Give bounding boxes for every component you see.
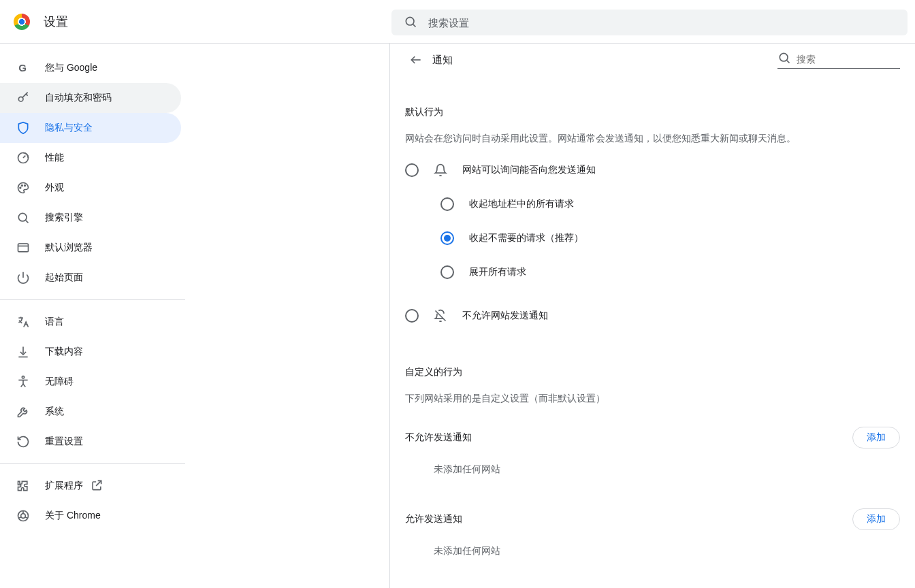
sidebar-item-label: 语言: [45, 316, 64, 328]
sidebar-item-autofill[interactable]: 自动填充和密码: [0, 83, 181, 113]
sidebar-item-default-browser[interactable]: 默认浏览器: [0, 233, 181, 263]
option-collapse-unneeded[interactable]: 收起不需要的请求（推荐）: [405, 223, 900, 253]
sidebar-item-about[interactable]: 关于 Chrome: [0, 501, 181, 531]
page-title: 通知: [432, 54, 453, 67]
custom-behavior-desc: 下列网站采用的是自定义设置（而非默认设置）: [405, 391, 900, 406]
global-search[interactable]: [391, 10, 908, 35]
sidebar-item-extensions[interactable]: 扩展程序: [0, 471, 181, 501]
browser-icon: [16, 241, 30, 255]
key-icon: [16, 91, 30, 105]
search-icon: [777, 51, 791, 67]
sidebar-item-label: 外观: [45, 182, 64, 194]
page-search-input[interactable]: [795, 53, 915, 65]
sidebar-item-label: 隐私与安全: [45, 122, 93, 134]
bell-icon: [434, 163, 447, 177]
svg-point-6: [20, 187, 21, 189]
accessibility-icon: [16, 375, 30, 389]
radio-icon[interactable]: [405, 309, 419, 323]
sidebar-separator: [0, 299, 185, 300]
sidebar-item-label: 默认浏览器: [45, 242, 93, 254]
svg-point-0: [406, 17, 414, 25]
sidebar-item-privacy-security[interactable]: 隐私与安全: [0, 113, 181, 143]
radio-icon[interactable]: [405, 163, 419, 177]
option-label: 展开所有请求: [469, 266, 526, 278]
option-label: 收起地址栏中的所有请求: [469, 198, 574, 210]
svg-point-22: [780, 53, 788, 61]
svg-point-9: [18, 213, 27, 221]
option-sites-can-ask[interactable]: 网站可以询问能否向您发送通知: [405, 155, 900, 185]
svg-line-10: [26, 220, 29, 223]
palette-icon: [16, 181, 30, 195]
svg-line-1: [413, 24, 416, 27]
add-allow-button[interactable]: 添加: [852, 508, 900, 530]
sidebar-item-label: 重置设置: [45, 436, 83, 448]
option-label: 网站可以询问能否向您发送通知: [462, 164, 596, 176]
sidebar-item-label: 搜索引擎: [45, 212, 83, 224]
search-icon: [16, 211, 30, 225]
wrench-icon: [16, 405, 30, 419]
sidebar-item-on-startup[interactable]: 起始页面: [0, 263, 181, 293]
puzzle-icon: [16, 479, 30, 493]
block-list-title: 不允许发送通知: [405, 431, 472, 444]
sidebar-item-label: 自动填充和密码: [45, 92, 112, 104]
svg-rect-11: [18, 244, 29, 252]
svg-point-15: [22, 376, 24, 378]
speedometer-icon: [16, 151, 30, 165]
svg-point-3: [18, 97, 23, 101]
sidebar-item-label: 下载内容: [45, 346, 83, 358]
power-icon: [16, 271, 30, 284]
svg-point-7: [22, 185, 23, 186]
radio-icon[interactable]: [440, 231, 454, 245]
svg-line-20: [25, 517, 28, 519]
allow-list-header: 允许发送通知 添加: [405, 508, 900, 530]
radio-icon[interactable]: [440, 197, 454, 211]
radio-icon[interactable]: [440, 265, 454, 279]
sidebar-item-downloads[interactable]: 下载内容: [0, 337, 181, 367]
shield-icon: [16, 121, 30, 135]
sidebar-item-system[interactable]: 系统: [0, 397, 181, 427]
sidebar-item-label: 系统: [45, 406, 64, 418]
global-search-input[interactable]: [427, 16, 895, 29]
block-list-empty: 未添加任何网站: [405, 463, 900, 476]
option-block-all[interactable]: 不允许网站发送通知: [405, 301, 900, 331]
chrome-outline-icon: [16, 509, 30, 523]
G-icon: G: [16, 61, 30, 75]
option-expand-all[interactable]: 展开所有请求: [405, 257, 900, 287]
restore-icon: [16, 435, 30, 448]
allow-list-empty: 未添加任何网站: [405, 545, 900, 557]
svg-line-19: [18, 517, 21, 519]
sidebar-item-performance[interactable]: 性能: [0, 143, 181, 173]
option-label: 收起不需要的请求（推荐）: [469, 232, 583, 244]
sidebar-item-languages[interactable]: 语言: [0, 307, 181, 337]
back-button[interactable]: [405, 49, 427, 71]
custom-behavior-title: 自定义的行为: [405, 366, 900, 378]
app-title: 设置: [44, 14, 68, 30]
svg-point-8: [25, 185, 26, 186]
chrome-logo-icon: [14, 14, 30, 30]
sidebar: G您与 Google自动填充和密码隐私与安全性能外观搜索引擎默认浏览器起始页面 …: [0, 44, 185, 588]
translate-icon: [16, 315, 30, 329]
default-behavior-title: 默认行为: [405, 106, 900, 118]
external-link-icon: [90, 478, 103, 494]
sidebar-item-accessibility[interactable]: 无障碍: [0, 367, 181, 397]
sidebar-separator: [0, 463, 185, 464]
sidebar-item-reset[interactable]: 重置设置: [0, 427, 181, 457]
sidebar-item-label: 扩展程序: [45, 480, 83, 492]
sidebar-item-label: 无障碍: [45, 376, 74, 388]
sidebar-item-search-engine[interactable]: 搜索引擎: [0, 203, 181, 233]
sidebar-item-appearance[interactable]: 外观: [0, 173, 181, 203]
svg-line-5: [23, 156, 25, 158]
option-collapse-all[interactable]: 收起地址栏中的所有请求: [405, 189, 900, 219]
add-block-button[interactable]: 添加: [852, 427, 900, 448]
svg-line-23: [787, 61, 790, 63]
sidebar-item-you-and-google[interactable]: G您与 Google: [0, 53, 181, 83]
download-icon: [16, 345, 30, 359]
subheader: 通知: [390, 44, 915, 76]
allow-list-title: 允许发送通知: [405, 513, 462, 525]
sidebar-item-label: 性能: [45, 152, 64, 164]
header: 设置: [0, 0, 915, 44]
page-search[interactable]: [777, 51, 900, 69]
sidebar-item-label: 您与 Google: [45, 62, 97, 74]
main-panel: 通知 默认行为 网站会在您访问时自动采用此设置。网站通常会发送通知，以便您知悉重…: [389, 44, 915, 588]
block-list-header: 不允许发送通知 添加: [405, 427, 900, 448]
